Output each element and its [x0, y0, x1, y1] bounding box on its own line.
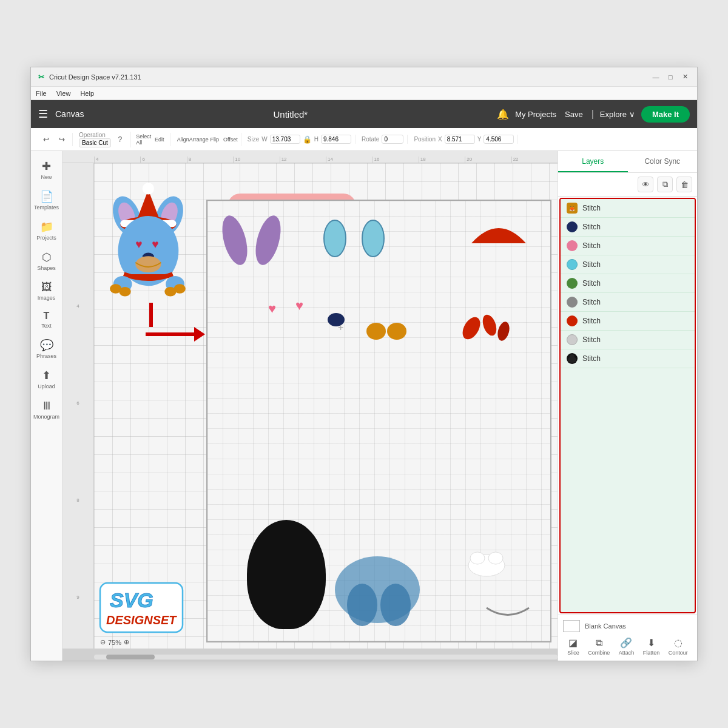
my-projects-button[interactable]: My Projects [515, 110, 556, 119]
sidebar-item-shapes[interactable]: ⬡ Shapes [33, 247, 60, 275]
layer-item[interactable]: Stitch [561, 349, 695, 368]
menu-help[interactable]: Help [80, 90, 94, 97]
svg-point-30 [488, 552, 503, 564]
combine-button[interactable]: ⧉ Combine [588, 638, 610, 656]
ruler-mark: 8 [187, 157, 233, 163]
maximize-button[interactable]: □ [666, 72, 675, 82]
layer-item[interactable]: Stitch [561, 274, 695, 293]
sidebar-item-templates[interactable]: 📄 Templates [33, 186, 60, 214]
explore-button[interactable]: Explore ∨ [600, 110, 635, 119]
offset-btn[interactable]: Offset [224, 133, 237, 146]
x-input[interactable] [445, 135, 475, 144]
tab-color-sync[interactable]: Color Sync [628, 151, 698, 172]
y-input[interactable] [484, 135, 514, 144]
canvas-area[interactable]: 4 6 8 10 12 14 16 18 20 22 4 6 8 9 [62, 151, 558, 661]
sidebar-item-images[interactable]: 🖼 Images [33, 277, 60, 305]
help-icon[interactable]: ? [113, 133, 127, 146]
text-label: Text [41, 323, 52, 329]
align-btn[interactable]: Align [177, 133, 190, 146]
operation-select[interactable]: Basic Cut [79, 138, 111, 147]
layer-item[interactable]: Stitch [561, 312, 695, 331]
ruler-mark: 10 [233, 157, 279, 163]
contour-button[interactable]: ◌ Contour [669, 637, 688, 656]
new-icon: ✚ [42, 160, 51, 173]
app-window: ✂ Cricut Design Space v7.21.131 — □ ✕ Fi… [30, 67, 698, 661]
flatten-button[interactable]: ⬇ Flatten [643, 637, 660, 656]
horizontal-scrollbar[interactable] [94, 655, 558, 659]
layer-color-swatch [567, 334, 578, 345]
panel-eye-button[interactable]: 👁 [638, 177, 653, 192]
stitch-character-svg: ♥ ♥ [97, 172, 197, 318]
svg-text:DESIGNSET: DESIGNSET [106, 613, 177, 627]
layer-item[interactable]: 🦊 Stitch [561, 199, 695, 218]
redo-button[interactable]: ↪ [55, 133, 69, 146]
explore-arrow-icon: ∨ [629, 110, 635, 119]
layer-item[interactable]: Stitch [561, 255, 695, 274]
templates-label: Templates [34, 204, 59, 211]
edit-btn[interactable]: Edit [153, 133, 166, 146]
layer-label: Stitch [582, 241, 689, 250]
layer-color-swatch [567, 353, 578, 364]
sidebar-item-phrases[interactable]: 💬 Phrases [33, 335, 60, 363]
layer-item[interactable]: Stitch [561, 237, 695, 255]
tab-layers[interactable]: Layers [558, 151, 628, 172]
scrollbar-thumb[interactable] [106, 655, 155, 659]
menu-view[interactable]: View [56, 90, 71, 97]
x-label: X [438, 136, 442, 143]
close-button[interactable]: ✕ [680, 72, 690, 82]
sidebar-item-projects[interactable]: 📁 Projects [33, 217, 60, 244]
layer-item[interactable]: Stitch [561, 293, 695, 312]
height-input[interactable] [321, 135, 351, 144]
position-group: Position X Y [410, 135, 518, 144]
svg-text:♥: ♥ [135, 238, 142, 251]
secondary-toolbar: ↩ ↪ Operation Basic Cut ? Select All Edi… [31, 128, 697, 151]
undo-button[interactable]: ↩ [39, 133, 53, 146]
zoom-out-icon[interactable]: ⊖ [100, 638, 106, 646]
rotate-label: Rotate [362, 136, 379, 143]
sidebar-item-upload[interactable]: ⬆ Upload [33, 365, 60, 393]
main-content: ✚ New 📄 Templates 📁 Projects ⬡ Shapes 🖼 … [31, 151, 697, 661]
sidebar-item-text[interactable]: T Text [33, 307, 60, 332]
title-bar-left: ✂ Cricut Design Space v7.21.131 [38, 73, 141, 81]
toolbar-left: ☰ Canvas [38, 107, 84, 121]
sidebar-item-monogram[interactable]: Ⅲ Monogram [33, 396, 60, 423]
svg-point-24 [387, 323, 406, 340]
svg-point-26 [480, 313, 499, 337]
contour-icon: ◌ [674, 637, 682, 649]
minimize-button[interactable]: — [651, 72, 661, 82]
ruler-mark: 4 [94, 157, 140, 163]
sidebar-item-new[interactable]: ✚ New [33, 156, 60, 184]
monogram-icon: Ⅲ [43, 399, 50, 413]
panel-copy-button[interactable]: ⧉ [657, 177, 673, 192]
hamburger-menu[interactable]: ☰ [38, 107, 48, 121]
monogram-label: Monogram [33, 414, 59, 420]
slice-icon: ◪ [568, 637, 578, 649]
panel-delete-button[interactable]: 🗑 [676, 177, 692, 192]
top-toolbar: ☰ Canvas Untitled* 🔔 My Projects Save | … [31, 100, 697, 128]
layered-box: ♥ ♥ [206, 200, 551, 642]
black-body-piece [247, 520, 326, 629]
blue-eye-right [358, 216, 388, 261]
flip-btn[interactable]: Flip [208, 133, 221, 146]
zoom-in-icon[interactable]: ⊕ [124, 638, 129, 646]
projects-label: Projects [36, 235, 56, 241]
make-it-button[interactable]: Make It [641, 106, 690, 123]
attach-button[interactable]: 🔗 Attach [619, 637, 635, 656]
select-all-btn[interactable]: Select All [137, 133, 150, 146]
rotate-input[interactable] [382, 135, 403, 144]
selection-crosshair: + [338, 322, 343, 333]
svg-text:♥: ♥ [152, 238, 158, 251]
combine-icon: ⧉ [596, 638, 602, 649]
slice-button[interactable]: ◪ Slice [567, 637, 579, 656]
width-input[interactable] [270, 135, 300, 144]
save-button[interactable]: Save [562, 110, 585, 119]
undo-redo-group: ↩ ↪ [36, 133, 73, 146]
svg-designset-logo: SVG DESIGNSET [99, 582, 184, 633]
menu-file[interactable]: File [36, 90, 47, 97]
notification-bell[interactable]: 🔔 [497, 109, 509, 120]
layer-item[interactable]: Stitch [561, 331, 695, 349]
panel-bottom: Blank Canvas ◪ Slice ⧉ Combine 🔗 Attach [558, 615, 697, 661]
arrange-btn[interactable]: Arrange [192, 133, 206, 146]
combine-label: Combine [588, 650, 610, 656]
layer-item[interactable]: Stitch [561, 218, 695, 237]
